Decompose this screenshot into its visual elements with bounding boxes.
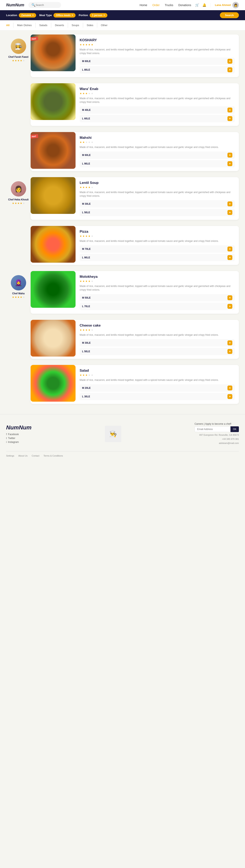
- portion-clear[interactable]: ✕: [103, 14, 105, 16]
- food-section-mahshi: Hot! Mahshi ★ ★ ★ ★ ★ Made of rice, maca…: [6, 132, 239, 171]
- tab-soups[interactable]: Soups: [68, 23, 83, 28]
- size-row-m-koshary: M 60LE +: [80, 58, 235, 65]
- add-btn-m-koshary[interactable]: +: [227, 59, 232, 64]
- food-desc-salad: Made of rice, macaroni, and lentils mixe…: [80, 378, 235, 382]
- nav-donations[interactable]: Donations: [178, 3, 191, 7]
- food-card-mahshi: Hot! Mahshi ★ ★ ★ ★ ★ Made of rice, maca…: [31, 132, 239, 171]
- bell-icon[interactable]: 🔔: [202, 3, 206, 7]
- tab-deserts[interactable]: Deserts: [51, 23, 68, 28]
- nav-order[interactable]: Order: [152, 3, 160, 7]
- add-btn-l-wara-enab[interactable]: +: [227, 116, 232, 121]
- portion-filter: Portion 1 person ✕: [79, 13, 108, 18]
- hot-badge-mahshi: Hot!: [31, 134, 38, 138]
- search-input[interactable]: [35, 3, 60, 6]
- portion-label: Portion: [79, 14, 88, 17]
- footer-terms-link[interactable]: Terms & Conditions: [43, 455, 63, 457]
- email-input[interactable]: [194, 426, 231, 432]
- nav-trucks[interactable]: Trucks: [165, 3, 173, 7]
- food-card-wara-enab: Wara' Enab ★ ★ ★ ★ ★ Made of rice, macar…: [31, 83, 239, 126]
- size-row-m-wara-enab: M 40LE +: [80, 106, 235, 114]
- size-row-l-lentil-soup: L 50LE +: [80, 209, 235, 216]
- add-btn-m-mahshi[interactable]: +: [227, 153, 232, 158]
- add-btn-l-salad[interactable]: +: [227, 394, 232, 399]
- size-label-m-molokheya: M 50LE: [82, 296, 91, 299]
- food-stars-wara-enab: ★ ★ ★ ★ ★: [80, 92, 235, 95]
- chef-stars-koshary: ★ ★ ★ ★ ★: [12, 59, 25, 62]
- search-bar[interactable]: 🔍: [28, 2, 61, 8]
- add-btn-l-molokheya[interactable]: +: [227, 304, 232, 309]
- meal-type-badge[interactable]: Office meals ✕: [54, 13, 75, 18]
- food-desc-mahshi: Made of rice, macaroni, and lentils mixe…: [80, 145, 235, 149]
- size-row-m-pizza: M 70LE +: [80, 245, 235, 253]
- food-desc-lentil-soup: Made of rice, macaroni, and lentils mixe…: [80, 190, 235, 198]
- facebook-icon: f: [6, 433, 7, 436]
- category-tabs: All Main Dishes Salads Deserts Soups Sid…: [0, 20, 245, 30]
- food-desc-pizza: Made of rice, macaroni, and lentils mixe…: [80, 239, 235, 243]
- add-btn-l-pizza[interactable]: +: [227, 255, 232, 260]
- tab-all[interactable]: All: [6, 23, 13, 28]
- newsletter-ok-btn[interactable]: OK: [231, 426, 239, 432]
- add-btn-l-koshary[interactable]: +: [227, 67, 232, 72]
- chef-avatar-koshary: 👩‍🍳: [11, 38, 26, 54]
- twitter-link[interactable]: t Twitter: [6, 437, 31, 440]
- footer-links: Settings About Us Contact Terms & Condit…: [6, 455, 63, 457]
- add-btn-l-cheesecake[interactable]: +: [227, 349, 232, 354]
- add-btn-m-cheesecake[interactable]: +: [227, 340, 232, 345]
- location-label: Location: [6, 14, 17, 17]
- size-options-lentil-soup: M 30LE + L 50LE +: [80, 200, 235, 216]
- footer-bottom: Settings About Us Contact Terms & Condit…: [6, 451, 239, 457]
- footer-address: 497 Evergreen Rd. Roseville, CA 95673 +4…: [194, 433, 239, 445]
- add-btn-m-wara-enab[interactable]: +: [227, 107, 232, 113]
- size-label-m-cheesecake: M 30LE: [82, 341, 91, 344]
- add-btn-l-mahshi[interactable]: +: [227, 161, 232, 166]
- food-section-pizza: Pizza ★ ★ ★ ★ ★ Made of rice, macaroni, …: [6, 226, 239, 265]
- add-btn-l-lentil-soup[interactable]: +: [227, 210, 232, 215]
- food-image-cheesecake: [31, 320, 75, 356]
- chef-stars-lentil-soup: ★ ★ ★ ★ ★: [12, 202, 25, 205]
- add-btn-m-salad[interactable]: +: [227, 385, 232, 391]
- food-desc-wara-enab: Made of rice, macaroni, and lentils mixe…: [80, 96, 235, 104]
- size-label-l-molokheya: L 70LE: [82, 305, 90, 308]
- tab-sides[interactable]: Sides: [83, 23, 97, 28]
- location-clear[interactable]: ✕: [32, 14, 34, 16]
- portion-badge[interactable]: 1 person ✕: [90, 13, 108, 18]
- search-button[interactable]: Search: [220, 12, 239, 18]
- food-image-lentil-soup: [31, 177, 75, 214]
- add-btn-m-pizza[interactable]: +: [227, 247, 232, 251]
- meal-type-clear[interactable]: ✕: [71, 14, 73, 16]
- newsletter-input: OK: [194, 426, 239, 432]
- size-label-m-pizza: M 70LE: [82, 248, 91, 250]
- location-badge[interactable]: Zamalek ✕: [19, 13, 36, 18]
- footer-top: NumNum f Facebook t Twitter i Instagram …: [6, 423, 239, 445]
- food-image-pizza: [31, 226, 75, 263]
- food-name-molokheya: Molokheya: [80, 275, 235, 279]
- size-label-m-salad: M 20LE: [82, 386, 91, 390]
- food-info-salad: Salad ★ ★ ★ ★ ★ Made of rice, macaroni, …: [75, 365, 239, 404]
- size-row-l-pizza: L 90LE +: [80, 254, 235, 261]
- footer-settings-link[interactable]: Settings: [6, 455, 14, 457]
- nav-home[interactable]: Home: [140, 3, 147, 7]
- add-btn-m-molokheya[interactable]: +: [227, 295, 232, 300]
- meal-type-filter: Meal Type Office meals ✕: [39, 13, 75, 18]
- footer-newsletter: Careers | Apply to become a chef! OK 497…: [194, 423, 239, 445]
- tab-salads[interactable]: Salads: [35, 23, 51, 28]
- add-btn-m-lentil-soup[interactable]: +: [227, 202, 232, 206]
- size-label-l-mahshi: L 90LE: [82, 162, 90, 165]
- size-row-l-koshary: L 80LE +: [80, 66, 235, 73]
- food-stars-cheesecake: ★ ★ ★ ★ ★: [80, 329, 235, 332]
- footer-about-link[interactable]: About Us: [19, 455, 28, 457]
- footer-contact-link[interactable]: Contact: [32, 455, 39, 457]
- tab-main-dishes[interactable]: Main Dishes: [13, 23, 36, 28]
- food-image-mahshi: Hot!: [31, 132, 75, 169]
- food-section-koshary: 👩‍🍳 Chef Farah Fawzi ★ ★ ★ ★ ★ Hot! KOSH…: [6, 34, 239, 77]
- cart-icon[interactable]: 🛒: [195, 3, 199, 7]
- facebook-link[interactable]: f Facebook: [6, 433, 31, 436]
- tab-other[interactable]: Other: [97, 23, 111, 28]
- food-image-salad: [31, 365, 75, 402]
- size-options-pizza: M 70LE + L 90LE +: [80, 245, 235, 261]
- food-stars-pizza: ★ ★ ★ ★ ★: [80, 235, 235, 238]
- food-stars-molokheya: ★ ★ ★ ★ ★: [80, 280, 235, 283]
- food-card-salad: Salad ★ ★ ★ ★ ★ Made of rice, macaroni, …: [31, 365, 239, 404]
- instagram-link[interactable]: i Instagram: [6, 441, 31, 443]
- food-image-molokheya: [31, 271, 75, 308]
